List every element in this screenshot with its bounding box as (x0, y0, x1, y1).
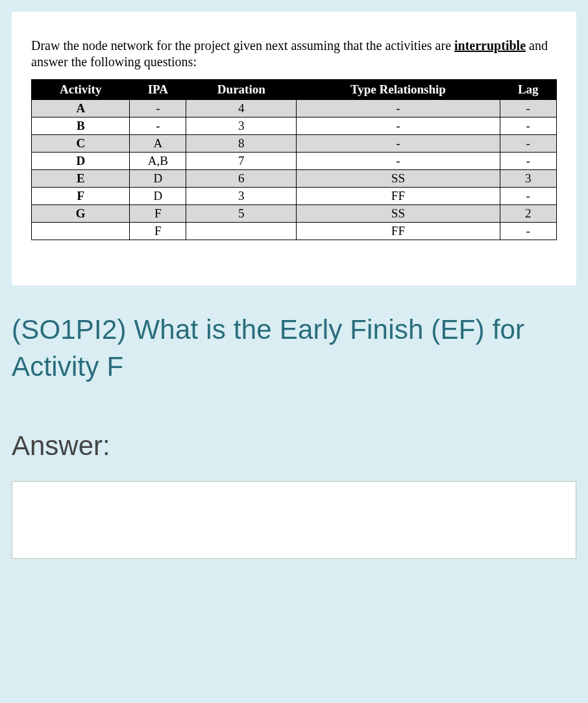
th-duration: Duration (186, 80, 297, 100)
intro-key: interruptible (454, 38, 526, 53)
cell: FF (297, 223, 500, 240)
th-activity: Activity (32, 80, 130, 100)
cell: - (297, 153, 500, 170)
cell: - (130, 117, 186, 135)
cell: - (130, 100, 186, 117)
cell: - (500, 135, 557, 153)
cell: F (130, 205, 186, 223)
cell: 7 (186, 153, 297, 170)
cell: A (32, 100, 130, 117)
problem-panel: Draw the node network for the project gi… (12, 12, 576, 286)
question-text: (SO1PI2) What is the Early Finish (EF) f… (12, 312, 576, 385)
intro-pre: Draw the node network for the project gi… (31, 38, 454, 53)
cell: 6 (186, 170, 297, 188)
table-row: DA,B7-- (32, 153, 557, 170)
answer-label: Answer: (12, 430, 576, 462)
cell: F (32, 188, 130, 205)
cell: A (130, 135, 186, 153)
table-row: FFF- (32, 223, 557, 240)
cell: - (500, 188, 557, 205)
answer-input[interactable] (12, 481, 576, 559)
table-row: B-3-- (32, 117, 557, 135)
cell: SS (297, 170, 500, 188)
cell: C (32, 135, 130, 153)
cell: - (297, 100, 500, 117)
th-type: Type Relationship (297, 80, 500, 100)
table-row: ED6SS3 (32, 170, 557, 188)
cell: 3 (186, 117, 297, 135)
table-row: CA8-- (32, 135, 557, 153)
cell: 3 (500, 170, 557, 188)
cell: 5 (186, 205, 297, 223)
cell: - (500, 223, 557, 240)
cell: D (32, 153, 130, 170)
cell: B (32, 117, 130, 135)
table-row: FD3FF- (32, 188, 557, 205)
cell: D (130, 170, 186, 188)
cell (32, 223, 130, 240)
cell: - (500, 117, 557, 135)
cell: - (500, 153, 557, 170)
cell: 8 (186, 135, 297, 153)
cell: D (130, 188, 186, 205)
cell: SS (297, 205, 500, 223)
cell: - (297, 117, 500, 135)
cell: E (32, 170, 130, 188)
cell: G (32, 205, 130, 223)
cell: F (130, 223, 186, 240)
intro-text: Draw the node network for the project gi… (31, 38, 557, 70)
cell: - (500, 100, 557, 117)
cell: 2 (500, 205, 557, 223)
th-ipa: IPA (130, 80, 186, 100)
th-lag: Lag (500, 80, 557, 100)
cell: 4 (186, 100, 297, 117)
table-row: GF5SS2 (32, 205, 557, 223)
cell (186, 223, 297, 240)
cell: FF (297, 188, 500, 205)
table-header-row: Activity IPA Duration Type Relationship … (32, 80, 557, 100)
cell: A,B (130, 153, 186, 170)
activity-table: Activity IPA Duration Type Relationship … (31, 79, 557, 240)
cell: 3 (186, 188, 297, 205)
cell: - (297, 135, 500, 153)
table-row: A-4-- (32, 100, 557, 117)
